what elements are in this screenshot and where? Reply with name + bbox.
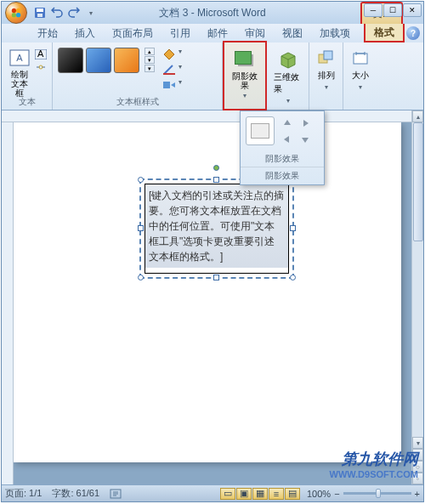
gallery-up-icon[interactable]: ▴ bbox=[144, 48, 155, 55]
view-buttons: ▭ ▣ ▦ ≡ ▤ bbox=[220, 488, 300, 500]
print-layout-view-icon[interactable]: ▭ bbox=[220, 488, 235, 500]
resize-handle-bl[interactable] bbox=[138, 275, 144, 280]
tab-addins[interactable]: 加载项 bbox=[311, 24, 359, 42]
draw-textbox-button[interactable]: A 绘制文本框 bbox=[7, 48, 31, 99]
zoom-in-button[interactable]: + bbox=[415, 489, 420, 499]
rotate-handle[interactable] bbox=[213, 165, 219, 171]
tab-home[interactable]: 开始 bbox=[29, 24, 66, 42]
close-button[interactable]: ✕ bbox=[403, 3, 422, 17]
tab-references[interactable]: 引用 bbox=[162, 24, 199, 42]
svg-text:A: A bbox=[16, 53, 23, 63]
resize-handle-tm[interactable] bbox=[213, 177, 219, 183]
undo-icon[interactable] bbox=[49, 5, 65, 20]
tab-mail[interactable]: 邮件 bbox=[199, 24, 236, 42]
maximize-button[interactable]: ☐ bbox=[383, 3, 402, 17]
resize-handle-bm[interactable] bbox=[213, 275, 219, 280]
tab-insert[interactable]: 插入 bbox=[66, 24, 104, 42]
redo-icon[interactable] bbox=[66, 5, 82, 20]
svg-rect-15 bbox=[324, 51, 332, 59]
resize-handle-br[interactable] bbox=[290, 275, 296, 280]
titlebar: ▾ 文档 3 - Microsoft Word 文... ─ ☐ ✕ bbox=[2, 2, 423, 24]
zoom-slider[interactable] bbox=[343, 492, 411, 495]
create-link-icon[interactable] bbox=[35, 62, 47, 72]
shadow-label: 阴影效果 bbox=[231, 71, 258, 90]
shadow-dropdown-panel: 阴影效果 阴影效果 bbox=[240, 110, 325, 185]
svg-point-3 bbox=[16, 13, 20, 17]
document-area: [键入文档的引述或关注点的摘要。您可将文本框放置在文档中的任何位置。可使用"文本… bbox=[2, 110, 411, 484]
help-icon[interactable]: ? bbox=[406, 26, 420, 40]
outline-dropdown-icon[interactable]: ▾ bbox=[178, 63, 182, 76]
scroll-thumb[interactable] bbox=[413, 122, 423, 241]
statusbar: 页面: 1/1 字数: 61/61 ▭ ▣ ▦ ≡ ▤ 100% − + bbox=[2, 484, 423, 501]
status-words[interactable]: 字数: 61/61 bbox=[52, 487, 99, 500]
group-text: A 绘制文本框 A 文本 bbox=[2, 42, 53, 110]
draft-view-icon[interactable]: ▤ bbox=[285, 488, 300, 500]
arrange-label: 排列 bbox=[318, 70, 335, 82]
textbox[interactable]: [键入文档的引述或关注点的摘要。您可将文本框放置在文档中的任何位置。可使用"文本… bbox=[144, 184, 289, 274]
arrange-icon bbox=[317, 49, 336, 68]
ruler-vertical[interactable] bbox=[2, 122, 14, 484]
quick-access-toolbar: ▾ bbox=[32, 5, 99, 20]
style-swatch-black[interactable] bbox=[58, 48, 83, 73]
svg-point-1 bbox=[16, 8, 20, 13]
style-swatch-blue[interactable] bbox=[86, 48, 111, 73]
change-shape-dropdown-icon[interactable]: ▾ bbox=[178, 78, 182, 92]
shape-fill-icon[interactable] bbox=[162, 48, 177, 61]
3d-dropdown-icon: ▾ bbox=[286, 97, 290, 105]
no-shadow-icon bbox=[251, 123, 269, 139]
shadow-effects-button[interactable]: 阴影效果 ▾ bbox=[230, 48, 260, 101]
no-shadow-button[interactable] bbox=[246, 116, 275, 145]
cube-icon bbox=[278, 49, 298, 70]
window-title: 文档 3 - Microsoft Word bbox=[159, 6, 265, 20]
tab-review[interactable]: 审阅 bbox=[236, 24, 274, 42]
nudge-left-icon[interactable] bbox=[280, 133, 295, 146]
outline-view-icon[interactable]: ≡ bbox=[269, 488, 284, 500]
style-swatch-orange[interactable] bbox=[114, 48, 139, 73]
group-shadow-highlighted: 阴影效果 ▾ bbox=[223, 41, 267, 110]
page[interactable]: [键入文档的引述或关注点的摘要。您可将文本框放置在文档中的任何位置。可使用"文本… bbox=[14, 122, 401, 462]
resize-handle-ml[interactable] bbox=[138, 225, 144, 231]
svg-rect-12 bbox=[163, 73, 175, 75]
textbox-content[interactable]: [键入文档的引述或关注点的摘要。您可将文本框放置在文档中的任何位置。可使用"文本… bbox=[145, 184, 288, 268]
gallery-down-icon[interactable]: ▾ bbox=[144, 56, 155, 64]
nudge-down-icon[interactable] bbox=[298, 133, 313, 146]
ruler-horizontal[interactable] bbox=[2, 110, 411, 122]
size-icon bbox=[351, 49, 370, 68]
tab-view[interactable]: 视图 bbox=[274, 24, 311, 42]
vertical-scrollbar[interactable]: ▴ ▾ ◦ ○ ◦ bbox=[411, 110, 423, 484]
nudge-right-icon[interactable] bbox=[298, 116, 313, 130]
zoom-level[interactable]: 100% bbox=[307, 489, 331, 499]
fill-dropdown-icon[interactable]: ▾ bbox=[178, 48, 182, 61]
change-shape-icon[interactable] bbox=[162, 78, 177, 92]
office-button[interactable] bbox=[5, 2, 27, 24]
3d-effects-button[interactable]: 三维效果 ▾ bbox=[272, 48, 303, 106]
arrange-button[interactable]: 排列 ▾ bbox=[314, 48, 337, 93]
nudge-up-icon[interactable] bbox=[280, 116, 295, 130]
save-icon[interactable] bbox=[32, 5, 48, 20]
full-screen-view-icon[interactable]: ▣ bbox=[236, 488, 252, 500]
language-icon[interactable] bbox=[110, 489, 122, 499]
style-gallery[interactable] bbox=[58, 48, 139, 73]
text-direction-icon[interactable]: A bbox=[35, 49, 47, 59]
shadow-dropdown-icon: ▾ bbox=[243, 92, 246, 99]
svg-point-0 bbox=[12, 8, 16, 13]
minimize-button[interactable]: ─ bbox=[364, 3, 382, 17]
resize-handle-mr[interactable] bbox=[290, 225, 296, 231]
svg-rect-16 bbox=[354, 54, 367, 64]
scroll-down-icon[interactable]: ▾ bbox=[412, 437, 423, 449]
tab-layout[interactable]: 页面布局 bbox=[104, 24, 162, 42]
size-button[interactable]: 大小 ▾ bbox=[348, 48, 372, 93]
svg-rect-5 bbox=[37, 8, 43, 12]
shape-outline-icon[interactable] bbox=[162, 63, 177, 76]
group-3d: 三维效果 ▾ bbox=[267, 42, 309, 110]
group-size: 大小 ▾ bbox=[343, 42, 377, 110]
tab-format[interactable]: 格式 bbox=[364, 24, 405, 42]
zoom-thumb[interactable] bbox=[376, 489, 381, 498]
scroll-up-icon[interactable]: ▴ bbox=[412, 110, 423, 122]
resize-handle-tl[interactable] bbox=[138, 177, 144, 183]
zoom-out-button[interactable]: − bbox=[334, 489, 339, 499]
qat-more-icon[interactable]: ▾ bbox=[83, 5, 99, 20]
gallery-more-icon[interactable]: ▾ bbox=[144, 65, 155, 72]
web-layout-view-icon[interactable]: ▦ bbox=[252, 488, 268, 500]
status-page[interactable]: 页面: 1/1 bbox=[5, 487, 42, 500]
